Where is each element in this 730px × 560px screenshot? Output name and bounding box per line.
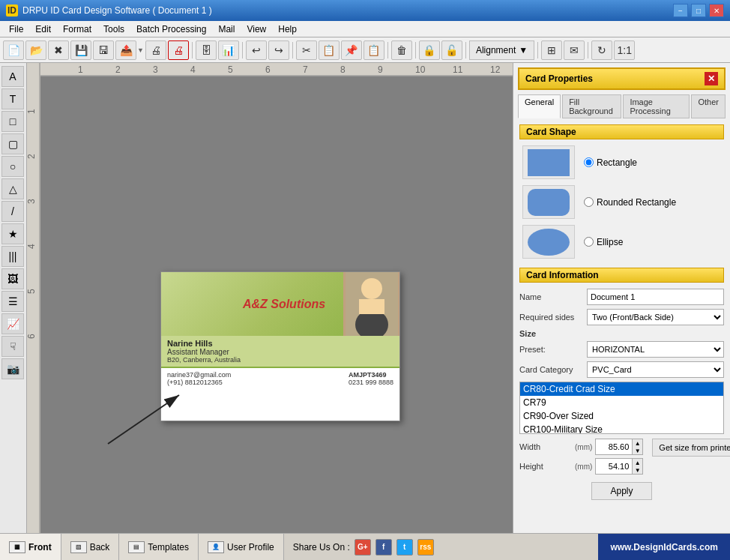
save-button[interactable]: 💾 — [70, 40, 91, 60]
tool-ellipse[interactable]: ○ — [1, 156, 24, 177]
tool-star[interactable]: ★ — [1, 223, 24, 244]
height-label: Height — [519, 462, 572, 471]
tool-barcode[interactable]: ||| — [1, 246, 24, 267]
paste2-button[interactable]: 📋 — [364, 40, 384, 60]
copy-button[interactable]: 📋 — [319, 40, 340, 60]
rotate-button[interactable]: ↻ — [591, 40, 612, 60]
preset-label: Preset: — [519, 345, 587, 354]
alignment-button[interactable]: Alignment ▼ — [469, 40, 534, 60]
menu-help[interactable]: Help — [272, 22, 303, 36]
zoom-button[interactable]: 1:1 — [614, 40, 635, 60]
close-button[interactable]: ✕ — [709, 4, 724, 17]
export-dropdown[interactable]: 📤 ▼ — [115, 40, 144, 60]
svg-text:6: 6 — [27, 334, 37, 339]
svg-text:11: 11 — [453, 64, 463, 75]
radio-rounded-rect[interactable]: Rounded Rectangle — [584, 197, 676, 208]
preset-select[interactable]: HORIZONTAL VERTICAL — [587, 341, 724, 358]
open-button[interactable]: 📂 — [25, 40, 46, 60]
social-google-icon[interactable]: G+ — [355, 539, 371, 556]
social-facebook-icon[interactable]: f — [375, 539, 392, 556]
menu-format[interactable]: Format — [57, 22, 97, 36]
menu-batch-processing[interactable]: Batch Processing — [130, 22, 212, 36]
radio-rounded-input[interactable] — [584, 197, 594, 207]
height-up-button[interactable]: ▲ — [632, 459, 642, 466]
card-bottom: narine37@gmail.com (+91) 8812012365 AMJP… — [161, 368, 399, 389]
tool-rect[interactable]: □ — [1, 111, 24, 132]
canvas-background[interactable]: A&Z Solutions Narine Hills Assistant Man — [40, 76, 513, 533]
print-preview-button[interactable]: 🖨 — [145, 40, 166, 60]
tool-triangle[interactable]: △ — [1, 178, 24, 199]
radio-rect-input[interactable] — [584, 157, 594, 167]
get-size-button[interactable]: Get size from printer — [652, 439, 730, 457]
width-up-button[interactable]: ▲ — [632, 439, 642, 447]
apply-button[interactable]: Apply — [591, 482, 651, 500]
radio-ellipse-input[interactable] — [584, 237, 594, 247]
tool-chart[interactable]: 📈 — [1, 313, 24, 334]
menu-tools[interactable]: Tools — [97, 22, 130, 36]
tool-finger[interactable]: ☟ — [1, 336, 24, 357]
card-category-label: Card Category — [519, 365, 587, 374]
paste-button[interactable]: 📌 — [341, 40, 362, 60]
radio-ellipse[interactable]: Ellipse — [584, 237, 623, 247]
height-down-button[interactable]: ▼ — [632, 466, 642, 474]
new-button[interactable]: 📄 — [3, 40, 24, 60]
print-button[interactable]: 🖨 — [168, 40, 189, 60]
size-list-item-cr100[interactable]: CR100-Military Size — [520, 423, 723, 434]
db-button[interactable]: 🗄 — [196, 40, 217, 60]
size-list[interactable]: CR80-Credit Crad Size CR79 CR90-Over Siz… — [519, 382, 724, 434]
delete-button[interactable]: 🗑 — [391, 40, 412, 60]
rect-label: Rectangle — [597, 157, 637, 168]
save-all-button[interactable]: 🖫 — [93, 40, 114, 60]
menu-mail[interactable]: Mail — [212, 22, 241, 36]
cut-button[interactable]: ✂ — [296, 40, 317, 60]
tab-templates[interactable]: ▤ Templates — [119, 534, 199, 560]
unlock-button[interactable]: 🔓 — [441, 40, 462, 60]
tab-other[interactable]: Other — [691, 94, 726, 118]
height-input[interactable] — [596, 459, 632, 474]
export-arrow[interactable]: ▼ — [137, 46, 144, 54]
canvas-area[interactable]: 1 2 3 4 5 6 7 8 9 10 11 12 1 2 3 — [27, 63, 513, 533]
tool-list[interactable]: ☰ — [1, 291, 24, 312]
undo-button[interactable]: ↩ — [246, 40, 267, 60]
redo-button[interactable]: ↪ — [268, 40, 289, 60]
alignment-dropdown[interactable]: Alignment ▼ — [469, 40, 534, 60]
size-list-item-cr79[interactable]: CR79 — [520, 396, 723, 409]
tab-general[interactable]: General — [518, 94, 561, 118]
size-list-item-cr90[interactable]: CR90-Over Sized — [520, 409, 723, 423]
tab-front[interactable]: ▦ Front — [0, 534, 61, 560]
ellipse-shape — [528, 229, 570, 256]
width-down-button[interactable]: ▼ — [632, 447, 642, 454]
width-input[interactable] — [596, 439, 632, 454]
social-rss-icon[interactable]: rss — [417, 539, 434, 556]
radio-rectangle[interactable]: Rectangle — [584, 157, 637, 168]
menu-edit[interactable]: Edit — [29, 22, 57, 36]
tool-select[interactable]: A — [1, 66, 24, 87]
minimize-button[interactable]: − — [673, 4, 688, 17]
size-list-item-cr80[interactable]: CR80-Credit Crad Size — [520, 382, 723, 396]
required-sides-select[interactable]: Two (Front/Back Side) One (Front Side) — [587, 309, 724, 325]
social-twitter-icon[interactable]: t — [396, 539, 413, 556]
tool-rounded-rect[interactable]: ▢ — [1, 133, 24, 154]
email-button[interactable]: ✉ — [564, 40, 585, 60]
close-doc-button[interactable]: ✖ — [48, 40, 69, 60]
tab-back[interactable]: ▧ Back — [61, 534, 120, 560]
card-category-select[interactable]: PVC_Card Paper_Card — [587, 361, 724, 378]
tool-line[interactable]: / — [1, 201, 24, 222]
lock-button[interactable]: 🔒 — [419, 40, 440, 60]
menu-file[interactable]: File — [3, 22, 29, 36]
name-input[interactable] — [587, 289, 724, 305]
menu-view[interactable]: View — [241, 22, 272, 36]
panel-close-button[interactable]: ✕ — [705, 72, 718, 85]
tool-text[interactable]: T — [1, 88, 24, 109]
tab-fill-background[interactable]: Fill Background — [562, 94, 621, 118]
height-row: Height (mm) ▲ ▼ — [519, 458, 643, 475]
db2-button[interactable]: 📊 — [218, 40, 239, 60]
id-card[interactable]: A&Z Solutions Narine Hills Assistant Man — [160, 271, 400, 421]
tool-photo[interactable]: 📷 — [1, 358, 24, 379]
maximize-button[interactable]: □ — [691, 4, 706, 17]
export-button[interactable]: 📤 — [115, 40, 136, 60]
grid-button[interactable]: ⊞ — [541, 40, 562, 60]
tool-image[interactable]: 🖼 — [1, 268, 24, 289]
tab-image-processing[interactable]: Image Processing — [623, 94, 690, 118]
tab-user-profile[interactable]: 👤 User Profile — [199, 534, 284, 560]
